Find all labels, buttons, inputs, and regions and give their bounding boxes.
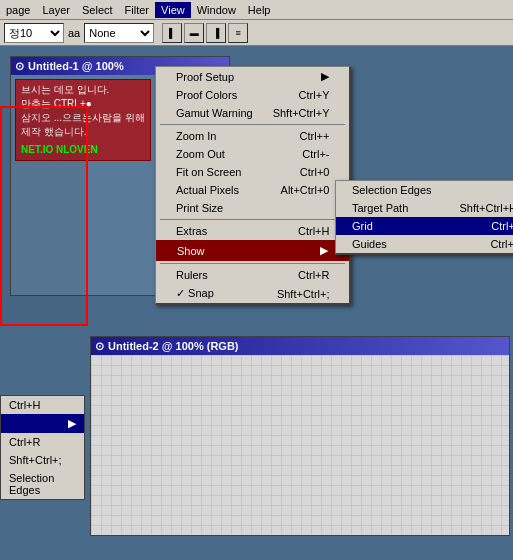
menu-help[interactable]: Help <box>242 2 277 18</box>
aa-mode-select[interactable]: None <box>84 23 154 43</box>
menu-gamut-warning[interactable]: Gamut Warning Shft+Ctrl+Y <box>156 104 349 122</box>
submenu-target-path[interactable]: Target Path Shft+Ctrl+H <box>336 199 513 217</box>
panel-sel-edges-label: Selection Edges <box>9 472 76 496</box>
toolbar: 정10 aa None ▌ ▬ ▐ ≡ <box>0 20 513 46</box>
menu-snap[interactable]: ✓ Snap Shft+Ctrl+; <box>156 284 349 303</box>
menu-select[interactable]: Select <box>76 2 119 18</box>
panel-row-snap: Shft+Ctrl+; <box>1 451 84 469</box>
doc-window-2: ⊙ Untitled-2 @ 100% (RGB) <box>90 336 510 536</box>
menu-zoom-in[interactable]: Zoom In Ctrl++ <box>156 127 349 145</box>
menu-proof-colors[interactable]: Proof Colors Ctrl+Y <box>156 86 349 104</box>
panel-snap-label: Shft+Ctrl+; <box>9 454 62 466</box>
menu-bar: page Layer Select Filter View Window Hel… <box>0 0 513 20</box>
sel-edges-label: Selection Edges <box>352 184 432 196</box>
sep3 <box>160 263 345 264</box>
align-left-icon[interactable]: ▌ <box>162 23 182 43</box>
menu-show[interactable]: Show ▶ <box>156 240 349 261</box>
menu-actual-pixels[interactable]: Actual Pixels Alt+Ctrl+0 <box>156 181 349 199</box>
doc2-title-bar[interactable]: ⊙ Untitled-2 @ 100% (RGB) <box>91 337 509 355</box>
actual-pixels-label: Actual Pixels <box>176 184 239 196</box>
panel-show-arrow: ▶ <box>68 417 76 430</box>
rulers-shortcut: Ctrl+R <box>298 269 329 281</box>
guides-label: Guides <box>352 238 387 250</box>
doc2-canvas[interactable] <box>91 355 509 535</box>
submenu-grid[interactable]: Grid Ctrl+' <box>336 217 513 235</box>
workspace: ⊙ Untitled-1 @ 100% 브시는 데모 입니다. 만추는 CTRL… <box>0 46 513 560</box>
doc1-title: Untitled-1 @ 100% <box>28 60 124 72</box>
menu-proof-setup[interactable]: Proof Setup ▶ <box>156 67 349 86</box>
submenu-selection-edges[interactable]: Selection Edges <box>336 181 513 199</box>
gamut-warning-label: Gamut Warning <box>176 107 253 119</box>
doc2-title: Untitled-2 @ 100% (RGB) <box>108 340 239 352</box>
extras-shortcut: Ctrl+H <box>298 225 329 237</box>
selection-indicator <box>0 106 88 326</box>
panel-row-ctrlh: Ctrl+H <box>1 396 84 414</box>
proof-colors-label: Proof Colors <box>176 89 237 101</box>
zoom-out-shortcut: Ctrl+- <box>302 148 329 160</box>
snap-label: ✓ Snap <box>176 287 214 300</box>
panel-ctrlh-label: Ctrl+H <box>9 399 40 411</box>
proof-setup-arrow: ▶ <box>321 70 329 83</box>
aa-label: aa <box>68 27 80 39</box>
print-size-label: Print Size <box>176 202 223 214</box>
show-arrow: ▶ <box>320 244 328 257</box>
submenu-guides[interactable]: Guides Ctrl+; <box>336 235 513 253</box>
show-label: Show <box>177 245 205 257</box>
fit-screen-shortcut: Ctrl+0 <box>300 166 330 178</box>
rulers-label: Rulers <box>176 269 208 281</box>
panel-ctrlr-label: Ctrl+R <box>9 436 40 448</box>
extras-label: Extras <box>176 225 207 237</box>
menu-view[interactable]: View <box>155 2 191 18</box>
menu-filter[interactable]: Filter <box>119 2 155 18</box>
target-path-label: Target Path <box>352 202 408 214</box>
menu-fit-screen[interactable]: Fit on Screen Ctrl+0 <box>156 163 349 181</box>
gamut-warning-shortcut: Shft+Ctrl+Y <box>273 107 330 119</box>
menu-print-size[interactable]: Print Size <box>156 199 349 217</box>
sep2 <box>160 219 345 220</box>
zoom-out-label: Zoom Out <box>176 148 225 160</box>
zoom-in-shortcut: Ctrl++ <box>300 130 330 142</box>
menu-rulers[interactable]: Rulers Ctrl+R <box>156 266 349 284</box>
align-center-icon[interactable]: ▬ <box>184 23 204 43</box>
actual-pixels-shortcut: Alt+Ctrl+0 <box>281 184 330 196</box>
menu-zoom-out[interactable]: Zoom Out Ctrl+- <box>156 145 349 163</box>
grid-label: Grid <box>352 220 373 232</box>
left-panel: Ctrl+H ▶ Ctrl+R Shft+Ctrl+; Selection Ed… <box>0 395 85 500</box>
snap-shortcut: Shft+Ctrl+; <box>277 288 330 300</box>
align-right-icon[interactable]: ▐ <box>206 23 226 43</box>
sep1 <box>160 124 345 125</box>
font-size-select[interactable]: 정10 <box>4 23 64 43</box>
panel-row-show[interactable]: ▶ <box>1 414 84 433</box>
panel-row-sel-edges: Selection Edges <box>1 469 84 499</box>
fit-screen-label: Fit on Screen <box>176 166 241 178</box>
guides-shortcut: Ctrl+; <box>490 238 513 250</box>
grid-shortcut: Ctrl+' <box>491 220 513 232</box>
show-submenu: Selection Edges Target Path Shft+Ctrl+H … <box>335 180 513 255</box>
menu-page[interactable]: page <box>0 2 36 18</box>
menu-layer[interactable]: Layer <box>36 2 76 18</box>
menu-window[interactable]: Window <box>191 2 242 18</box>
align-icons: ▌ ▬ ▐ ≡ <box>162 23 248 43</box>
view-menu-dropdown: Proof Setup ▶ Proof Colors Ctrl+Y Gamut … <box>155 66 351 305</box>
proof-colors-shortcut: Ctrl+Y <box>299 89 330 101</box>
target-path-shortcut: Shft+Ctrl+H <box>460 202 513 214</box>
panel-row-ctrlr: Ctrl+R <box>1 433 84 451</box>
menu-extras[interactable]: Extras Ctrl+H <box>156 222 349 240</box>
doc1-text-line1: 브시는 데모 입니다. <box>21 83 145 97</box>
align-justify-icon[interactable]: ≡ <box>228 23 248 43</box>
zoom-in-label: Zoom In <box>176 130 216 142</box>
proof-setup-label: Proof Setup <box>176 71 234 83</box>
